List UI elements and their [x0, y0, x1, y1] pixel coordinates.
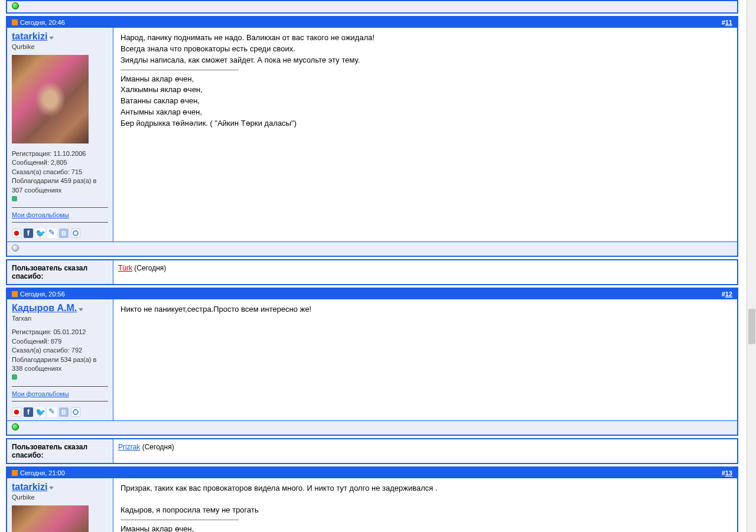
signature-line: Антымны хаклар өчен,: [120, 107, 730, 118]
user-info: tatarkiziQurbikeРегистрация: 11.10.2006С…: [7, 28, 113, 241]
signature-line: Иманны аклар өчен,: [120, 524, 730, 532]
post-number[interactable]: #11: [722, 19, 732, 26]
divider: [12, 401, 108, 402]
post-header: Сегодня, 21:00#13: [7, 468, 737, 478]
thanks-when: (Сегодня): [134, 264, 166, 272]
user-reg-date: Регистрация: 05.01.2012: [12, 328, 108, 337]
post-header: Сегодня, 20:46#11: [7, 17, 737, 28]
post-date: Сегодня, 21:00: [20, 469, 65, 476]
facebook-icon[interactable]: f: [24, 407, 33, 417]
post-number[interactable]: #12: [722, 291, 732, 298]
username-link[interactable]: tatarkizi: [12, 31, 47, 41]
post-date: Сегодня, 20:56: [20, 291, 65, 298]
post-header: Сегодня, 20:56#12: [7, 289, 737, 299]
signature-divider: [120, 70, 239, 70]
user-msg-count: Сообщений: 2,805: [12, 158, 108, 167]
post-content: Народ, панику поднимать не надо. Валикха…: [113, 28, 737, 241]
post-number[interactable]: #13: [722, 469, 732, 476]
thanks-label: Пользователь сказал cпасибо:: [7, 439, 113, 463]
user-thanks-got: Поблагодарили 459 раз(а) в 307 сообщения…: [12, 177, 108, 195]
thanks-users: Prizrak (Сегодня): [113, 439, 737, 463]
reputation-icon: [12, 196, 17, 201]
post-text-line: Никто не паникует,сестра.Просто всем инт…: [120, 304, 730, 315]
signature-line: Иманны аклар өчен,: [120, 74, 730, 85]
twitter-icon[interactable]: 🐦: [35, 407, 45, 417]
online-icon: [12, 2, 19, 9]
post-content: Призрак, таких как вас провокаторов виде…: [113, 478, 737, 532]
prev-post-status: [6, 0, 738, 14]
ok-icon[interactable]: [71, 407, 80, 417]
user-title: Tarxan: [12, 315, 108, 322]
username-link[interactable]: tatarkizi: [12, 482, 47, 492]
thanks-block: Пользователь сказал cпасибо:Prizrak (Сег…: [6, 438, 738, 464]
chevron-down-icon[interactable]: [79, 308, 83, 311]
post-text-line: Призрак, таких как вас провокаторов виде…: [120, 483, 730, 494]
post-status-row: [7, 241, 737, 256]
scrollbar[interactable]: [747, 0, 756, 532]
vk-icon[interactable]: B: [59, 229, 69, 238]
old-post-icon: [12, 19, 18, 25]
share-icon[interactable]: [12, 407, 21, 417]
divider: [12, 222, 108, 223]
post-text-line: Всегда знала что провокаторы есть среди …: [120, 44, 730, 55]
post-text-line: Народ, панику поднимать не надо. Валикха…: [120, 32, 730, 44]
thanks-users: Türk (Сегодня): [113, 260, 737, 284]
photo-albums-link[interactable]: Мои фотоальбомы: [12, 211, 69, 218]
offline-icon: [12, 244, 19, 252]
divider: [12, 207, 108, 208]
signature-line: Ватанны саклар өчен,: [120, 96, 730, 107]
livejournal-icon[interactable]: [47, 229, 57, 238]
divider: [12, 386, 108, 387]
thanks-when: (Сегодня): [142, 443, 174, 451]
vk-icon[interactable]: B: [59, 407, 69, 417]
post-date: Сегодня, 20:46: [20, 19, 65, 26]
user-thanks-got: Поблагодарили 534 раз(а) в 338 сообщения…: [12, 355, 108, 374]
signature-line: Бер йодрыкка төйнәлик. ( "Айкин Төрки да…: [120, 118, 730, 129]
old-post-icon: [12, 291, 18, 297]
chevron-down-icon[interactable]: [49, 487, 54, 489]
facebook-icon[interactable]: f: [24, 229, 33, 238]
post: Сегодня, 20:46#11tatarkiziQurbikeРегистр…: [6, 16, 738, 257]
user-thanks-said: Сказал(а) спасибо: 715: [12, 168, 108, 177]
post-text-line: [120, 494, 730, 505]
post: Сегодня, 21:00#13tatarkiziQurbikeПризрак…: [6, 466, 738, 532]
user-title: Qurbike: [12, 43, 108, 50]
post-text-line: Кадыров, я попросила тему не трогать: [120, 505, 730, 516]
twitter-icon[interactable]: 🐦: [35, 229, 45, 238]
signature-line: Халкымны яклар өчен,: [120, 84, 730, 96]
user-title: Qurbike: [12, 494, 108, 501]
avatar[interactable]: [12, 55, 89, 143]
livejournal-icon[interactable]: [47, 407, 57, 417]
signature-divider: [120, 520, 239, 520]
username-link[interactable]: Кадыров А.М.: [12, 303, 77, 313]
thanks-block: Пользователь сказал cпасибо:Türk (Сегодн…: [6, 259, 738, 285]
user-thanks-said: Сказал(а) спасибо: 792: [12, 346, 108, 355]
post-content: Никто не паникует,сестра.Просто всем инт…: [113, 299, 737, 420]
thanks-user-link[interactable]: Prizrak: [118, 443, 140, 451]
avatar[interactable]: [12, 505, 89, 532]
post: Сегодня, 20:56#12Кадыров А.М.TarxanРегис…: [6, 288, 738, 435]
user-reg-date: Регистрация: 11.10.2006: [12, 149, 108, 158]
reputation-icon: [12, 374, 17, 380]
photo-albums-link[interactable]: Мои фотоальбомы: [12, 390, 69, 397]
share-icon[interactable]: [12, 229, 21, 238]
post-text-line: Зиядлы написала, как сможет зайдет. А по…: [120, 55, 730, 66]
user-info: Кадыров А.М.TarxanРегистрация: 05.01.201…: [7, 299, 113, 420]
scroll-thumb[interactable]: [748, 309, 755, 344]
online-icon: [12, 423, 19, 430]
thanks-user-link[interactable]: Türk: [118, 264, 132, 272]
chevron-down-icon[interactable]: [49, 37, 54, 40]
thanks-label: Пользователь сказал cпасибо:: [7, 260, 113, 284]
old-post-icon: [12, 470, 18, 476]
user-msg-count: Сообщений: 879: [12, 337, 108, 346]
post-status-row: [7, 420, 737, 435]
user-info: tatarkiziQurbike: [7, 478, 113, 532]
ok-icon[interactable]: [71, 229, 80, 238]
